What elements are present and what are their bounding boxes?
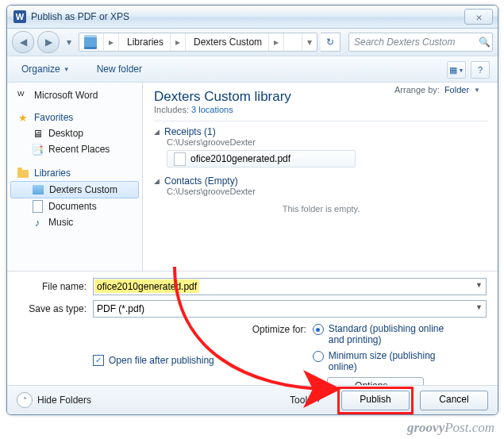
empty-folder-message: This folder is empty. <box>154 204 488 214</box>
breadcrumb-dropdown[interactable]: ▾ <box>302 33 317 51</box>
nav-item-word[interactable]: WMicrosoft Word <box>7 87 142 103</box>
watermark: groovyPost.com <box>407 420 494 436</box>
file-name: ofice2010generated.pdf <box>190 153 290 164</box>
collapse-icon: ˄ <box>17 392 33 408</box>
view-mode-button[interactable]: ▦▼ <box>447 61 466 79</box>
bottom-bar: ˄ Hide Folders Tools▼ Publish Cancel <box>7 385 498 414</box>
radio-standard[interactable]: Standard (publishing online and printing… <box>313 323 448 345</box>
refresh-icon: ↻ <box>326 37 334 48</box>
filename-label: File name: <box>18 281 87 292</box>
arrow-right-icon: ▶ <box>45 37 52 48</box>
publish-button[interactable]: Publish <box>341 391 410 410</box>
cancel-button[interactable]: Cancel <box>420 391 488 410</box>
nav-history-dropdown[interactable]: ▾ <box>63 33 75 51</box>
address-breadcrumb[interactable]: ▸ Libraries ▸ Dexters Custom ▸ ▾ <box>79 33 317 52</box>
refresh-button[interactable]: ↻ <box>321 33 340 52</box>
pdf-icon <box>174 152 186 166</box>
publish-highlight: Publish <box>337 387 414 414</box>
desktop-icon: 🖥 <box>31 127 44 140</box>
recent-icon: 📑 <box>31 143 44 156</box>
window-title: Publish as PDF or XPS <box>31 11 129 22</box>
chevron-down-icon: ▼ <box>459 67 464 73</box>
help-button[interactable]: ? <box>471 61 490 79</box>
search-placeholder: Search Dexters Custom <box>349 37 476 48</box>
nav-bar: ◀ ▶ ▾ ▸ Libraries ▸ Dexters Custom ▸ ▾ ↻… <box>7 29 498 56</box>
breadcrumb-chevron[interactable]: ▸ <box>171 33 186 51</box>
filename-value: ofice2010generated.pdf <box>94 279 199 293</box>
library-icon <box>33 185 44 194</box>
group-contacts[interactable]: ◢Contacts (Empty) <box>154 175 488 187</box>
nav-item-recent[interactable]: 📑Recent Places <box>7 141 142 157</box>
libraries-stack-icon <box>84 37 97 47</box>
radio-icon <box>313 351 324 362</box>
publish-dialog: W Publish as PDF or XPS ⨉ ◀ ▶ ▾ ▸ Librar… <box>6 5 498 415</box>
word-icon: W <box>17 90 29 101</box>
breadcrumb-root-icon[interactable] <box>79 33 104 51</box>
arrange-by[interactable]: Arrange by: Folder ▼ <box>394 85 480 94</box>
filename-input[interactable]: ofice2010generated.pdf ▼ <box>93 278 487 295</box>
help-icon: ? <box>478 65 483 75</box>
chevron-down-icon[interactable]: ▼ <box>475 303 483 311</box>
content-pane: Dexters Custom library Includes: 3 locat… <box>143 83 498 271</box>
document-icon <box>33 200 43 213</box>
breadcrumb-chevron[interactable]: ▸ <box>269 33 284 51</box>
chevron-down-icon[interactable]: ▼ <box>475 281 483 289</box>
group-contacts-path: C:\Users\grooveDexter <box>167 187 488 196</box>
nav-group-favorites[interactable]: ★Favorites <box>7 110 142 125</box>
nav-item-documents[interactable]: Documents <box>7 198 142 214</box>
word-app-icon: W <box>13 10 26 23</box>
chevron-down-icon: ▼ <box>474 87 480 94</box>
divider <box>154 121 488 121</box>
checkbox-icon: ✓ <box>93 355 104 366</box>
nav-back-button[interactable]: ◀ <box>12 31 34 53</box>
collapse-icon: ◢ <box>154 177 160 185</box>
organize-menu[interactable]: Organize▼ <box>15 60 76 78</box>
file-item[interactable]: ofice2010generated.pdf <box>167 150 356 168</box>
nav-item-music[interactable]: ♪Music <box>7 214 142 230</box>
savetype-value: PDF (*.pdf) <box>94 303 148 314</box>
tools-menu[interactable]: Tools▼ <box>290 395 321 406</box>
close-icon: ⨉ <box>476 11 482 22</box>
new-folder-button[interactable]: New folder <box>90 60 148 78</box>
breadcrumb-chevron[interactable]: ▸ <box>104 33 119 51</box>
folder-icon <box>17 170 29 178</box>
library-subheading: Includes: 3 locations <box>154 105 488 114</box>
grid-icon: ▦ <box>449 65 457 75</box>
savetype-label: Save as type: <box>18 303 87 314</box>
nav-group-libraries[interactable]: Libraries <box>7 165 142 181</box>
chevron-down-icon: ▼ <box>315 397 321 404</box>
nav-item-dexters-custom[interactable]: Dexters Custom <box>10 181 139 198</box>
toolbar: Organize▼ New folder ▦▼ ? <box>7 56 498 83</box>
hide-folders-button[interactable]: ˄ Hide Folders <box>17 392 91 408</box>
radio-minimum[interactable]: Minimum size (publishing online) <box>313 350 448 372</box>
arrow-left-icon: ◀ <box>20 37 27 48</box>
group-receipts[interactable]: ◢Receipts (1) <box>154 126 488 137</box>
nav-forward-button[interactable]: ▶ <box>37 31 60 53</box>
body-split: WMicrosoft Word ★Favorites 🖥Desktop 📑Rec… <box>7 83 498 271</box>
chevron-down-icon: ▼ <box>63 66 70 73</box>
title-bar: W Publish as PDF or XPS ⨉ <box>7 6 498 29</box>
group-receipts-path: C:\Users\grooveDexter <box>167 137 488 147</box>
locations-link[interactable]: 3 locations <box>191 105 233 114</box>
search-input[interactable]: Search Dexters Custom 🔍 <box>348 33 493 52</box>
music-icon: ♪ <box>31 216 44 229</box>
navigation-pane: WMicrosoft Word ★Favorites 🖥Desktop 📑Rec… <box>7 83 143 271</box>
save-form: File name: ofice2010generated.pdf ▼ Save… <box>7 271 498 403</box>
savetype-select[interactable]: PDF (*.pdf) ▼ <box>93 300 487 318</box>
radio-icon <box>313 324 324 335</box>
breadcrumb-dexters[interactable]: Dexters Custom <box>186 33 269 51</box>
chevron-down-icon: ▾ <box>67 37 71 48</box>
close-button[interactable]: ⨉ <box>464 9 493 25</box>
nav-item-desktop[interactable]: 🖥Desktop <box>7 125 142 141</box>
search-icon: 🔍 <box>476 37 492 48</box>
breadcrumb-libraries[interactable]: Libraries <box>119 33 171 51</box>
collapse-icon: ◢ <box>154 128 160 136</box>
star-icon: ★ <box>17 111 29 124</box>
